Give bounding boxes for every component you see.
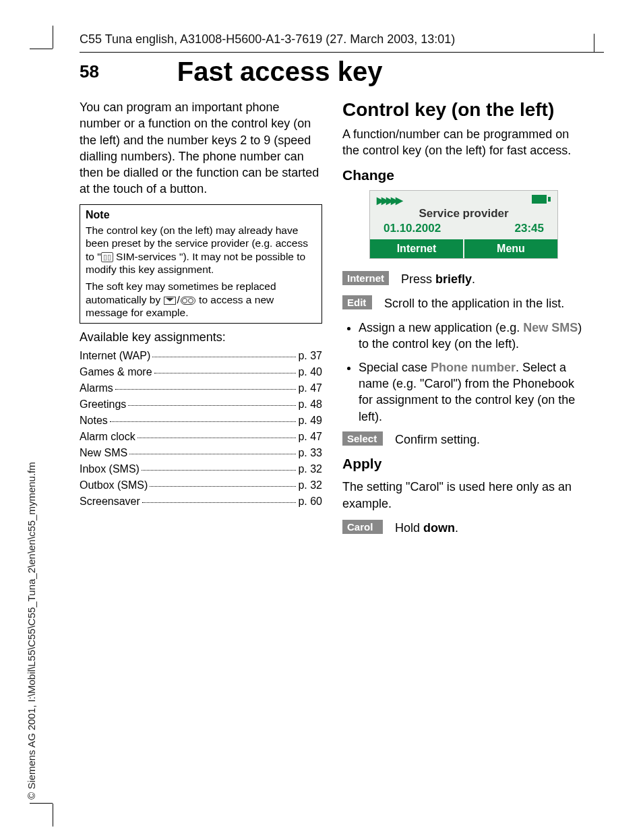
bullet-item: Special case Phone number. Select a name…	[359, 359, 585, 425]
toc-page: p. 48	[298, 398, 322, 411]
toc-row: New SMSp. 33	[80, 447, 322, 459]
section-title: Control key (on the left)	[342, 99, 585, 121]
toc-dots	[129, 454, 296, 454]
command-desc: Hold down.	[395, 520, 585, 536]
toc-page: p. 32	[298, 463, 322, 475]
cmd-text: Press	[401, 272, 435, 286]
command-row: Internet Press briefly.	[342, 271, 585, 287]
phone-number-label: Phone number	[431, 361, 516, 374]
toc-dots	[142, 470, 296, 471]
toc-row: Internet (WAP)p. 37	[80, 350, 322, 362]
cmd-text: .	[455, 521, 458, 535]
toc-dots	[128, 405, 296, 406]
command-desc: Scroll to the application in the list.	[384, 295, 585, 311]
toc-page: p. 37	[298, 350, 322, 362]
toc-row: Screensaverp. 60	[80, 496, 322, 508]
toc-dots	[150, 486, 296, 487]
toc-page: p. 47	[298, 431, 322, 443]
command-row: Carol Hold down.	[342, 520, 585, 536]
toc-list: Internet (WAP)p. 37 Games & morep. 40 Al…	[80, 350, 322, 508]
app-name: New SMS	[523, 321, 578, 334]
toc-page: p. 32	[298, 479, 322, 491]
section-text: A function/number can be programmed on t…	[342, 126, 585, 159]
phone-screen-illustration: ▶▶▶▶▶ Service provider 01.10.2002 23:45 …	[369, 190, 558, 259]
softkey-right: Menu	[464, 239, 557, 258]
header-rule	[80, 52, 604, 53]
apply-text: The setting "Carol" is used here only as…	[342, 479, 585, 512]
toc-dots	[137, 438, 297, 438]
left-column: You can program an important phone numbe…	[80, 99, 322, 544]
toc-row: Greetingsp. 48	[80, 398, 322, 411]
command-desc: Confirm setting.	[395, 431, 585, 448]
note-text-1b: SIM-services "). It may not be possible …	[86, 251, 305, 275]
note-box: Note The control key (on the left) may a…	[80, 204, 322, 324]
bullet-list: Assign a new application (e.g. New SMS) …	[342, 320, 585, 425]
toc-row: Games & morep. 40	[80, 366, 322, 378]
note-paragraph-2: The soft key may sometimes be replaced a…	[86, 280, 316, 319]
crop-mark	[594, 34, 594, 53]
bullet-text: Assign a new application (e.g.	[359, 321, 523, 334]
softkey-left: Internet	[370, 239, 464, 258]
crop-mark	[30, 49, 53, 49]
battery-icon	[532, 195, 551, 204]
toc-label: Screensaver	[80, 496, 140, 508]
intro-paragraph: You can program an important phone numbe…	[80, 99, 322, 198]
available-heading: Available key assignments:	[80, 330, 322, 344]
toc-label: Outbox (SMS)	[80, 479, 148, 491]
cmd-text: .	[472, 272, 475, 286]
document-header: C55 Tuna english, A31008-H5600-A1-3-7619…	[80, 32, 604, 47]
copyright-line: © Siemens AG 2001, I:\Mobil\L55\C55\C55_…	[26, 462, 37, 800]
right-column: Control key (on the left) A function/num…	[342, 99, 585, 544]
cmd-text: Hold	[395, 521, 423, 535]
toc-dots	[115, 389, 297, 390]
note-paragraph-1: The control key (on the left) may alread…	[86, 224, 316, 276]
toc-page: p. 60	[298, 496, 322, 508]
toc-page: p. 40	[298, 366, 322, 378]
toc-label: Inbox (SMS)	[80, 463, 140, 475]
voicemail-icon	[181, 297, 195, 305]
edit-tag: Edit	[342, 295, 372, 309]
toc-label: Notes	[80, 415, 108, 427]
change-heading: Change	[342, 167, 585, 183]
command-row: Select Confirm setting.	[342, 431, 585, 448]
toc-row: Alarmsp. 47	[80, 382, 322, 394]
cmd-bold: down	[423, 521, 455, 535]
toc-row: Inbox (SMS)p. 32	[80, 463, 322, 475]
toc-dots	[142, 502, 297, 503]
command-desc: Press briefly.	[401, 271, 585, 287]
bullet-text: Special case	[359, 361, 431, 374]
crop-mark	[53, 804, 53, 827]
crop-mark	[53, 26, 53, 49]
toc-label: Games & more	[80, 366, 152, 378]
screen-time: 23:45	[515, 222, 544, 235]
toc-row: Notesp. 49	[80, 415, 322, 427]
toc-label: Greetings	[80, 398, 126, 411]
note-title: Note	[86, 209, 316, 221]
cmd-bold: briefly	[435, 272, 472, 286]
toc-label: Internet (WAP)	[80, 350, 150, 362]
toc-label: Alarm clock	[80, 431, 135, 443]
bullet-item: Assign a new application (e.g. New SMS) …	[359, 320, 585, 353]
internet-tag: Internet	[342, 271, 389, 285]
screen-date: 01.10.2002	[384, 222, 441, 235]
toc-page: p. 33	[298, 447, 322, 459]
toc-dots	[152, 357, 296, 357]
carol-tag: Carol	[342, 520, 383, 534]
command-row: Edit Scroll to the application in the li…	[342, 295, 585, 311]
toc-dots	[154, 373, 297, 373]
toc-label: New SMS	[80, 447, 127, 459]
page-number: 58	[80, 61, 133, 82]
toc-dots	[110, 421, 297, 422]
sim-icon: ▯▯	[101, 252, 113, 262]
apply-heading: Apply	[342, 456, 585, 472]
signal-icon: ▶▶▶▶▶	[377, 195, 400, 206]
crop-mark	[30, 803, 53, 804]
toc-page: p. 49	[298, 415, 322, 427]
select-tag: Select	[342, 431, 383, 446]
page-title: Fast access key	[177, 57, 383, 87]
toc-label: Alarms	[80, 382, 113, 394]
toc-page: p. 47	[298, 382, 322, 394]
message-icon	[164, 297, 176, 305]
toc-row: Outbox (SMS)p. 32	[80, 479, 322, 491]
toc-row: Alarm clockp. 47	[80, 431, 322, 443]
